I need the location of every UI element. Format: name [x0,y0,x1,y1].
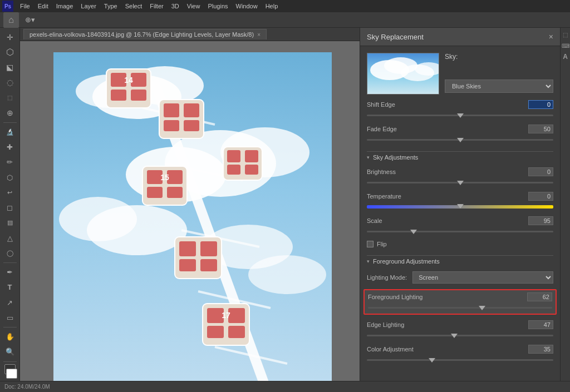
right-panel-btn-3[interactable]: A [561,52,570,61]
foreground-lighting-slider[interactable] [368,304,552,311]
menu-plugins[interactable]: Plugins [204,2,231,11]
menu-edit[interactable]: Edit [35,2,52,11]
menu-image[interactable]: Image [53,2,77,11]
temperature-label: Temperature [367,193,401,200]
shift-edge-slider[interactable] [367,111,553,119]
main-area: ✛ ⬡ ⬕ ◌ ⬚ ⊕ 🔬 ✚ ✏ ⬡ ↩ ◻ ▤ △ ◯ ✒ T ↗ ▭ ✋ … [0,28,570,381]
heal-tool[interactable]: ✚ [2,140,18,154]
scale-value[interactable] [528,216,553,225]
svg-rect-38 [200,259,217,271]
move-arrows-option[interactable]: ⊕▾ [22,12,38,28]
temperature-slider[interactable] [367,203,553,211]
path-select-tool[interactable]: ↗ [2,296,18,310]
sky-thumbnail [367,53,439,95]
toolbar-separator-2 [3,262,17,263]
fade-edge-value[interactable] [528,125,553,133]
shift-edge-header: Shift Edge [367,100,553,109]
gradient-tool[interactable]: ▤ [2,216,18,230]
color-adjustment-track [367,359,553,361]
scale-slider[interactable] [367,227,553,235]
zoom-tool[interactable]: 🔍 [2,345,18,359]
svg-rect-48 [227,165,240,175]
svg-rect-43 [228,326,245,338]
foreground-lighting-thumb[interactable] [479,306,485,310]
menu-file[interactable]: File [17,2,33,11]
history-brush-tool[interactable]: ↩ [2,186,18,200]
edge-lighting-header: Edge Lighting [367,320,553,329]
lighting-mode-select[interactable]: Screen Multiply Normal [412,271,553,284]
move-tool-option[interactable]: ⌂ [3,12,19,28]
svg-rect-24 [164,103,179,117]
fade-edge-slider[interactable] [367,136,553,143]
sky-adjustments-arrow[interactable]: ▾ [367,155,370,160]
sky-adjustments-section: ▾ Sky Adjustments [367,151,553,162]
canvas-tab[interactable]: pexels-elina-volkova-18403914.jpg @ 16.7… [23,29,267,39]
fade-edge-thumb[interactable] [457,138,464,142]
lasso-tool[interactable]: ◌ [2,76,18,90]
edge-lighting-slider[interactable] [367,331,553,339]
eraser-tool[interactable]: ◻ [2,201,18,215]
sky-dropdown[interactable]: Blue Skies [445,80,553,93]
shift-edge-value[interactable] [528,100,553,109]
menu-layer[interactable]: Layer [77,2,100,11]
shift-edge-thumb[interactable] [457,113,464,118]
right-panel-btn-1[interactable]: ⬚ [561,30,570,39]
edge-lighting-row: Edge Lighting [367,320,553,339]
foreground-lighting-highlighted: Foreground Lighting [363,289,557,315]
color-adjustment-slider[interactable] [367,356,553,364]
brightness-header: Brightness [367,167,553,176]
brush-tool[interactable]: ✏ [2,155,18,169]
object-select-tool[interactable]: ⬚ [2,91,18,105]
dodge-tool[interactable]: ◯ [2,246,18,260]
blur-tool[interactable]: △ [2,231,18,245]
hand-tool[interactable]: ✋ [2,330,18,344]
foreground-lighting-row: Foreground Lighting [368,292,552,311]
edge-lighting-thumb[interactable] [451,334,458,338]
scale-thumb[interactable] [410,230,417,234]
foreground-lighting-value[interactable] [527,292,552,301]
menu-select[interactable]: Select [122,2,146,11]
shift-edge-label: Shift Edge [367,101,395,108]
type-tool[interactable]: T [2,280,18,294]
svg-rect-35 [179,241,196,256]
artboard-tool[interactable]: ⬡ [2,45,18,59]
clone-stamp-tool[interactable]: ⬡ [2,170,18,184]
brightness-value[interactable] [528,167,553,176]
menu-3d[interactable]: 3D [168,2,183,11]
canvas-tab-bar: pexels-elina-volkova-18403914.jpg @ 16.7… [20,28,360,41]
shape-tool[interactable]: ▭ [2,311,18,325]
canvas-tab-close[interactable]: × [257,32,261,38]
color-adjustment-value[interactable] [528,345,553,354]
pen-tool[interactable]: ✒ [2,265,18,279]
crop-tool[interactable]: ⊕ [2,106,18,120]
menu-window[interactable]: Window [233,2,261,11]
right-panel-btn-2[interactable]: ⌨ [561,41,570,50]
foreground-adjustments-arrow[interactable]: ▾ [367,259,370,264]
menu-help[interactable]: Help [262,2,282,11]
menu-type[interactable]: Type [101,2,121,11]
foreground-lighting-track [368,307,552,309]
brightness-slider[interactable] [367,178,553,186]
sky-panel-close-btn[interactable]: × [549,32,553,41]
temperature-thumb[interactable] [457,204,464,209]
svg-point-10 [248,255,326,294]
menu-filter[interactable]: Filter [146,2,166,11]
eyedropper-tool[interactable]: 🔬 [2,125,18,139]
lighting-mode-row: Lighting Mode: Screen Multiply Normal [367,271,553,284]
brightness-thumb[interactable] [457,181,464,185]
sky-panel-body: Sky: Blue Skies Shift Edge [360,46,560,370]
temperature-value[interactable] [528,192,553,201]
svg-rect-36 [200,241,217,256]
edge-lighting-value[interactable] [528,320,553,329]
background-color[interactable] [6,369,17,379]
menu-view[interactable]: View [184,2,204,11]
brightness-track [367,182,553,183]
foreground-lighting-label: Foreground Lighting [368,294,422,300]
move-tool[interactable]: ✛ [2,30,18,44]
marquee-tool[interactable]: ⬕ [2,61,18,75]
flip-checkbox[interactable] [367,241,374,247]
svg-rect-37 [179,259,196,271]
brightness-row: Brightness [367,167,553,186]
fade-edge-row: Fade Edge [367,125,553,143]
color-adjustment-thumb[interactable] [429,358,435,363]
